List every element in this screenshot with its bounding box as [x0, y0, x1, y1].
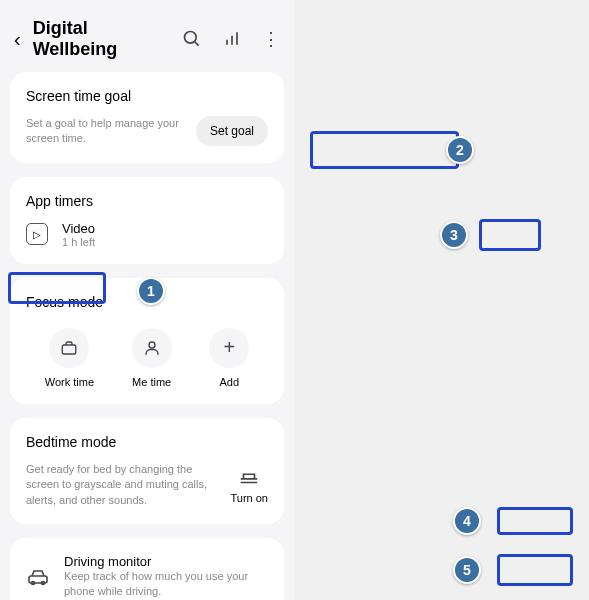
- annotation-box-4: [497, 507, 573, 535]
- annotation-box-3: [479, 219, 541, 251]
- stats-icon[interactable]: [222, 29, 242, 49]
- bedtime-card: Bedtime mode Get ready for bed by changi…: [10, 418, 284, 524]
- app-timers-card[interactable]: App timers ▷ Video 1 h left: [10, 177, 284, 264]
- page-title: Digital Wellbeing: [33, 18, 170, 60]
- more-icon[interactable]: ⋮: [262, 28, 280, 50]
- focus-work-time[interactable]: Work time: [45, 328, 94, 388]
- focus-me-time[interactable]: Me time: [132, 328, 172, 388]
- video-icon: ▷: [26, 223, 48, 245]
- bed-icon: [238, 466, 260, 488]
- app-timers-title: App timers: [26, 193, 268, 209]
- focus-add[interactable]: + Add: [209, 328, 249, 388]
- annotation-2: 2: [446, 136, 474, 164]
- screen-time-title: Screen time goal: [26, 88, 268, 104]
- annotation-box-5: [497, 554, 573, 586]
- focus-add-label: Add: [219, 376, 239, 388]
- svg-point-6: [149, 342, 155, 348]
- annotation-5: 5: [453, 556, 481, 584]
- focus-me-label: Me time: [132, 376, 171, 388]
- svg-rect-5: [63, 345, 77, 354]
- timer-name: Video: [62, 221, 95, 236]
- driving-card[interactable]: Driving monitor Keep track of how much y…: [10, 538, 284, 600]
- annotation-3: 3: [440, 221, 468, 249]
- plus-icon: +: [223, 336, 235, 359]
- svg-point-0: [185, 32, 197, 44]
- driving-desc: Keep track of how much you use your phon…: [64, 569, 268, 600]
- bedtime-desc: Get ready for bed by changing the screen…: [26, 462, 218, 508]
- car-icon: [26, 565, 50, 589]
- timer-sub: 1 h left: [62, 236, 95, 248]
- turn-on-button[interactable]: Turn on: [230, 466, 268, 504]
- focus-work-label: Work time: [45, 376, 94, 388]
- main-header: ‹ Digital Wellbeing ⋮: [0, 0, 294, 72]
- focus-mode-title: Focus mode: [26, 294, 268, 310]
- focus-mode-card: Focus mode Work time Me time + Add: [10, 278, 284, 404]
- briefcase-icon: [60, 339, 78, 357]
- search-icon[interactable]: [182, 29, 202, 49]
- svg-line-1: [195, 42, 199, 46]
- person-icon: [143, 339, 161, 357]
- bedtime-title: Bedtime mode: [26, 434, 268, 450]
- turn-on-label: Turn on: [230, 492, 268, 504]
- screen-time-card: Screen time goal Set a goal to help mana…: [10, 72, 284, 163]
- annotation-4: 4: [453, 507, 481, 535]
- annotation-box-2: [310, 131, 459, 169]
- set-goal-button[interactable]: Set goal: [196, 116, 268, 146]
- screen-time-desc: Set a goal to help manage your screen ti…: [26, 116, 186, 147]
- driving-title: Driving monitor: [64, 554, 268, 569]
- back-icon[interactable]: ‹: [14, 28, 21, 51]
